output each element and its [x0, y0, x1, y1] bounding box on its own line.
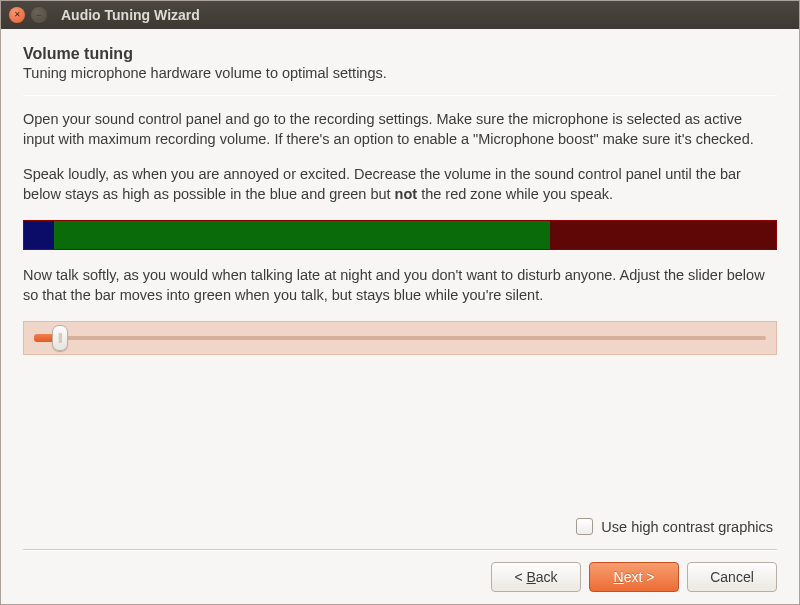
close-icon[interactable]: ✕	[9, 7, 25, 23]
minimize-icon[interactable]: –	[31, 7, 47, 23]
spacer	[23, 375, 777, 518]
slider-thumb[interactable]	[52, 325, 68, 351]
slider-track	[34, 336, 766, 340]
volume-level-bar	[23, 220, 777, 250]
wizard-window: ✕ – Audio Tuning Wizard Volume tuning Tu…	[0, 0, 800, 605]
next-button[interactable]: Next >	[589, 562, 679, 592]
page-subheading: Tuning microphone hardware volume to opt…	[23, 65, 777, 81]
volume-zone-red	[550, 221, 776, 249]
wizard-button-row: < Back Next > Cancel	[23, 549, 777, 592]
divider	[23, 95, 777, 96]
volume-zone-green	[54, 221, 550, 249]
window-controls: ✕ –	[9, 7, 47, 23]
back-button-label: < Back	[514, 569, 557, 585]
cancel-button-label: Cancel	[710, 569, 754, 585]
sensitivity-slider[interactable]	[23, 321, 777, 355]
high-contrast-label: Use high contrast graphics	[601, 519, 773, 535]
high-contrast-row[interactable]: Use high contrast graphics	[23, 518, 777, 535]
next-button-label: Next >	[614, 569, 655, 585]
high-contrast-checkbox[interactable]	[576, 518, 593, 535]
volume-zone-blue	[24, 221, 54, 249]
para2-post: the red zone while you speak.	[417, 186, 613, 202]
para2-pre: Speak loudly, as when you are annoyed or…	[23, 166, 741, 202]
instruction-para-1: Open your sound control panel and go to …	[23, 110, 777, 149]
para2-bold: not	[395, 186, 418, 202]
window-title: Audio Tuning Wizard	[61, 7, 200, 23]
cancel-button[interactable]: Cancel	[687, 562, 777, 592]
wizard-content: Volume tuning Tuning microphone hardware…	[1, 29, 799, 604]
titlebar[interactable]: ✕ – Audio Tuning Wizard	[1, 1, 799, 29]
page-heading: Volume tuning	[23, 45, 777, 63]
instruction-para-2: Speak loudly, as when you are annoyed or…	[23, 165, 777, 204]
back-button[interactable]: < Back	[491, 562, 581, 592]
instruction-para-3: Now talk softly, as you would when talki…	[23, 266, 777, 305]
